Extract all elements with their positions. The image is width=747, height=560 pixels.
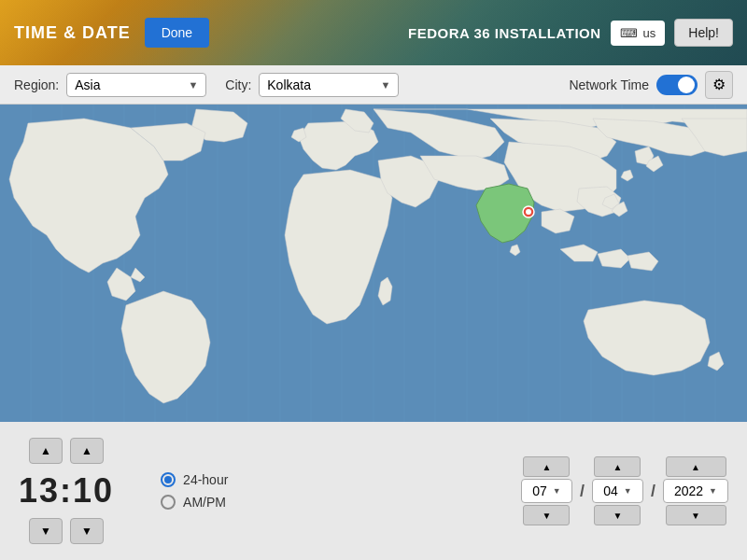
date-separator-2: / bbox=[651, 482, 655, 501]
region-group: Region: Asia ▼ bbox=[14, 73, 206, 97]
year-chevron: ▼ bbox=[709, 486, 717, 496]
day-value: 04 bbox=[603, 483, 618, 498]
help-button[interactable]: Help! bbox=[674, 19, 733, 47]
gear-icon: ⚙ bbox=[712, 76, 726, 93]
world-map[interactable] bbox=[0, 105, 747, 422]
hours-up-button[interactable]: ▲ bbox=[29, 438, 63, 464]
year-down-button[interactable]: ▼ bbox=[666, 505, 726, 525]
header-right: FEDORA 36 INSTALLATION ⌨ us Help! bbox=[408, 19, 733, 47]
day-chevron: ▼ bbox=[624, 486, 632, 496]
header-left: TIME & DATE Done bbox=[14, 18, 209, 48]
month-spinner: ▲ 07 ▼ ▼ bbox=[521, 456, 572, 525]
header: TIME & DATE Done FEDORA 36 INSTALLATION … bbox=[0, 0, 747, 65]
month-down-button[interactable]: ▼ bbox=[523, 505, 570, 525]
down-icon: ▼ bbox=[40, 525, 51, 538]
svg-point-25 bbox=[526, 209, 531, 215]
city-label: City: bbox=[225, 77, 251, 92]
up-icon: ▲ bbox=[40, 444, 51, 457]
page-title: TIME & DATE bbox=[14, 23, 131, 43]
format-24h-label: 24-hour bbox=[183, 472, 228, 487]
month-value: 07 bbox=[532, 483, 547, 498]
month-chevron: ▼ bbox=[553, 486, 561, 496]
year-down-icon: ▼ bbox=[691, 511, 700, 521]
keyboard-icon: ⌨ bbox=[620, 26, 638, 40]
hours-value: 13 bbox=[19, 471, 60, 510]
year-up-button[interactable]: ▲ bbox=[666, 456, 726, 477]
region-label: Region: bbox=[14, 77, 59, 92]
city-value: Kolkata bbox=[267, 77, 311, 92]
month-up-button[interactable]: ▲ bbox=[523, 456, 570, 477]
region-dropdown[interactable]: Asia ▼ bbox=[66, 73, 206, 97]
map-svg bbox=[0, 105, 747, 422]
city-chevron: ▼ bbox=[380, 79, 390, 91]
time-up-arrows: ▲ ▲ bbox=[29, 438, 104, 464]
radio-24h[interactable] bbox=[161, 472, 176, 487]
year-up-icon: ▲ bbox=[691, 462, 700, 472]
gear-button[interactable]: ⚙ bbox=[705, 71, 733, 99]
down-icon-2: ▼ bbox=[81, 525, 92, 538]
minutes-down-button[interactable]: ▼ bbox=[70, 518, 104, 544]
minutes-up-button[interactable]: ▲ bbox=[70, 438, 104, 464]
bottom-panel: ▲ ▲ 13:10 ▼ ▼ 24-hour AM/PM bbox=[0, 422, 747, 560]
lang-label: us bbox=[643, 26, 656, 40]
year-value: 2022 bbox=[674, 483, 703, 498]
region-chevron: ▼ bbox=[188, 79, 198, 91]
network-time-toggle[interactable] bbox=[656, 75, 698, 95]
month-down-icon: ▼ bbox=[543, 511, 552, 521]
day-down-icon: ▼ bbox=[613, 511, 623, 521]
day-field[interactable]: 04 ▼ bbox=[592, 479, 643, 503]
city-group: City: Kolkata ▼ bbox=[225, 73, 399, 97]
day-spinner: ▲ 04 ▼ ▼ bbox=[592, 456, 643, 525]
network-time-group: Network Time ⚙ bbox=[569, 71, 733, 99]
day-up-icon: ▲ bbox=[613, 462, 623, 472]
year-spinner: ▲ 2022 ▼ ▼ bbox=[663, 456, 728, 525]
day-up-button[interactable]: ▲ bbox=[594, 456, 641, 477]
install-title: FEDORA 36 INSTALLATION bbox=[408, 25, 601, 41]
time-format-options: 24-hour AM/PM bbox=[161, 472, 228, 510]
month-field[interactable]: 07 ▼ bbox=[521, 479, 572, 503]
radio-ampm[interactable] bbox=[161, 495, 176, 510]
format-ampm-option[interactable]: AM/PM bbox=[161, 495, 228, 510]
region-value: Asia bbox=[75, 77, 100, 92]
time-separator: : bbox=[60, 471, 73, 510]
date-controls: ▲ 07 ▼ ▼ / ▲ 04 ▼ ▼ / bbox=[521, 456, 728, 525]
month-up-icon: ▲ bbox=[543, 462, 552, 472]
controls-bar: Region: Asia ▼ City: Kolkata ▼ Network T… bbox=[0, 65, 747, 105]
city-dropdown[interactable]: Kolkata ▼ bbox=[259, 73, 399, 97]
date-separator-1: / bbox=[580, 482, 585, 501]
format-ampm-label: AM/PM bbox=[183, 495, 226, 510]
format-24h-option[interactable]: 24-hour bbox=[161, 472, 228, 487]
time-display: 13:10 bbox=[19, 468, 114, 514]
hours-down-button[interactable]: ▼ bbox=[29, 518, 63, 544]
minutes-value: 10 bbox=[73, 471, 114, 510]
language-button[interactable]: ⌨ us bbox=[611, 21, 666, 46]
network-time-label: Network Time bbox=[569, 77, 649, 92]
done-button[interactable]: Done bbox=[145, 18, 209, 48]
up-icon-2: ▲ bbox=[81, 444, 92, 457]
year-field[interactable]: 2022 ▼ bbox=[663, 479, 728, 503]
day-down-button[interactable]: ▼ bbox=[594, 505, 641, 525]
time-down-arrows: ▼ ▼ bbox=[29, 518, 104, 544]
time-controls: ▲ ▲ 13:10 ▼ ▼ bbox=[19, 438, 114, 544]
